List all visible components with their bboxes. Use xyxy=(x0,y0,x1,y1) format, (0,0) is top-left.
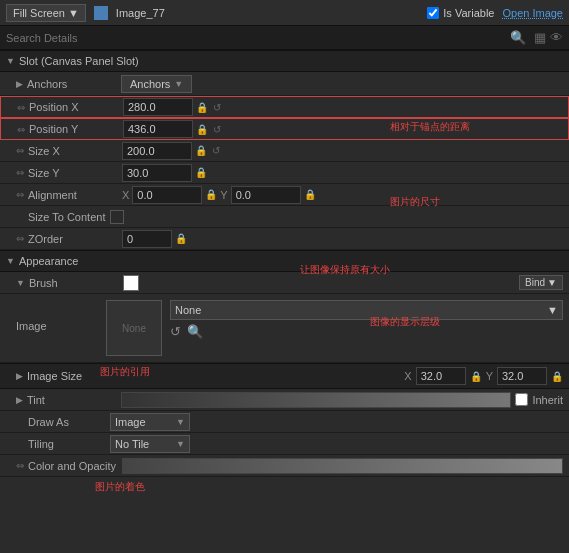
image-size-x-lock-icon: 🔒 xyxy=(470,371,482,382)
position-x-field-group: 🔒 ↺ xyxy=(123,98,562,116)
color-opacity-label: Color and Opacity xyxy=(28,460,118,472)
grid-view-icon[interactable]: ▦ xyxy=(534,30,546,45)
is-variable-label: Is Variable xyxy=(443,7,494,19)
slot-collapse-icon: ▼ xyxy=(6,56,15,66)
search-input[interactable] xyxy=(6,32,506,44)
anchors-dropdown-button[interactable]: Anchors ▼ xyxy=(121,75,192,93)
size-y-row: ⇔ Size Y 🔒 xyxy=(0,162,569,184)
alignment-x-label: X xyxy=(122,189,129,201)
alignment-label: Alignment xyxy=(28,189,118,201)
position-x-row: ⇔ Position X 🔒 ↺ xyxy=(0,96,569,118)
anchors-row: ▶ Anchors Anchors ▼ xyxy=(0,72,569,96)
is-variable-checkbox[interactable] xyxy=(427,7,439,19)
image-type-icon xyxy=(94,6,108,20)
brush-label: Brush xyxy=(29,277,119,289)
size-x-reset-button[interactable]: ↺ xyxy=(210,145,222,156)
size-to-content-checkbox[interactable] xyxy=(110,210,124,224)
tiling-dropdown[interactable]: No Tile ▼ xyxy=(110,435,190,453)
image-name: Image_77 xyxy=(116,7,165,19)
image-dropdown[interactable]: None ▼ xyxy=(170,300,563,320)
tiling-arrow: ▼ xyxy=(176,439,185,449)
zorder-row: ⇔ ZOrder 🔒 xyxy=(0,228,569,250)
is-variable-area: Is Variable xyxy=(427,7,494,19)
zorder-field-group: 🔒 xyxy=(122,230,563,248)
position-x-input[interactable] xyxy=(123,98,193,116)
color-opacity-icon: ⇔ xyxy=(16,460,24,471)
size-x-row: ⇔ Size X 🔒 ↺ xyxy=(0,140,569,162)
position-x-reset-button[interactable]: ↺ xyxy=(211,102,223,113)
position-x-lock-icon: 🔒 xyxy=(196,102,208,113)
tint-inherit-checkbox[interactable] xyxy=(515,393,528,406)
alignment-field-group: X 🔒 Y 🔒 xyxy=(122,186,563,204)
size-x-icon: ⇔ xyxy=(16,145,24,156)
image-size-label: Image Size xyxy=(27,370,82,382)
slot-section-header[interactable]: ▼ Slot (Canvas Panel Slot) xyxy=(0,50,569,72)
image-dropdown-value: None xyxy=(175,304,201,316)
panel-wrapper: 🔍 ▦ 👁 ▼ Slot (Canvas Panel Slot) ▶ Ancho… xyxy=(0,26,569,553)
details-panel: 🔍 ▦ 👁 ▼ Slot (Canvas Panel Slot) ▶ Ancho… xyxy=(0,26,569,553)
position-x-label: Position X xyxy=(29,101,119,113)
image-size-y-lock-icon: 🔒 xyxy=(551,371,563,382)
size-x-input[interactable] xyxy=(122,142,192,160)
image-size-x-input[interactable] xyxy=(416,367,466,385)
image-size-y-input[interactable] xyxy=(497,367,547,385)
image-preview-text: None xyxy=(122,323,146,334)
image-size-y-label: Y xyxy=(486,370,493,382)
open-image-button[interactable]: Open Image xyxy=(502,7,563,19)
color-opacity-bar[interactable] xyxy=(122,458,563,474)
alignment-y-lock-icon: 🔒 xyxy=(304,189,316,200)
appearance-section-header[interactable]: ▼ Appearance xyxy=(0,250,569,272)
image-size-header[interactable]: ▶ Image Size X 🔒 Y 🔒 xyxy=(0,363,569,389)
alignment-x-input[interactable] xyxy=(132,186,202,204)
brush-collapse-icon: ▼ xyxy=(16,278,25,288)
tint-inherit-area: Inherit xyxy=(515,393,563,406)
appearance-collapse-icon: ▼ xyxy=(6,256,15,266)
alignment-icon: ⇔ xyxy=(16,189,24,200)
alignment-y-label: Y xyxy=(220,189,227,201)
brush-row: ▼ Brush Bind ▼ xyxy=(0,272,569,294)
position-x-move-icon: ⇔ xyxy=(17,102,25,113)
zorder-icon: ⇔ xyxy=(16,233,24,244)
size-x-label: Size X xyxy=(28,145,118,157)
position-y-label: Position Y xyxy=(29,123,119,135)
visibility-icon[interactable]: 👁 xyxy=(550,30,563,45)
bind-button[interactable]: Bind ▼ xyxy=(519,275,563,290)
anchors-expand-icon: ▶ xyxy=(16,79,23,89)
fill-screen-button[interactable]: Fill Screen ▼ xyxy=(6,4,86,22)
draw-as-arrow: ▼ xyxy=(176,417,185,427)
position-y-reset-button[interactable]: ↺ xyxy=(211,124,223,135)
color-opacity-row: ⇔ Color and Opacity xyxy=(0,455,569,477)
image-controls: None ▼ ↺ 🔍 xyxy=(170,300,563,339)
zorder-input[interactable] xyxy=(122,230,172,248)
image-reset-button[interactable]: ↺ xyxy=(170,324,181,339)
tint-expand-icon: ▶ xyxy=(16,395,23,405)
search-icon[interactable]: 🔍 xyxy=(510,30,526,45)
tiling-row: Tiling No Tile ▼ xyxy=(0,433,569,455)
tint-label: Tint xyxy=(27,394,117,406)
image-preview[interactable]: None xyxy=(106,300,162,356)
zorder-lock-icon: 🔒 xyxy=(175,233,187,244)
fill-screen-label: Fill Screen xyxy=(13,7,65,19)
position-y-input[interactable] xyxy=(123,120,193,138)
bind-arrow: ▼ xyxy=(547,277,557,288)
size-y-icon: ⇔ xyxy=(16,167,24,178)
size-y-lock-icon: 🔒 xyxy=(195,167,207,178)
brush-color-swatch[interactable] xyxy=(123,275,139,291)
search-bar: 🔍 ▦ 👁 xyxy=(0,26,569,50)
size-to-content-row: Size To Content xyxy=(0,206,569,228)
draw-as-dropdown[interactable]: Image ▼ xyxy=(110,413,190,431)
tint-color-bar[interactable] xyxy=(121,392,511,408)
image-search-button[interactable]: 🔍 xyxy=(187,324,203,339)
size-y-label: Size Y xyxy=(28,167,118,179)
anchors-value: Anchors xyxy=(130,78,170,90)
alignment-y-input[interactable] xyxy=(231,186,301,204)
position-y-move-icon: ⇔ xyxy=(17,124,25,135)
fill-screen-arrow: ▼ xyxy=(68,7,79,19)
top-bar: Fill Screen ▼ Image_77 Is Variable Open … xyxy=(0,0,569,26)
tint-inherit-label: Inherit xyxy=(532,394,563,406)
anchors-arrow: ▼ xyxy=(174,79,183,89)
size-y-input[interactable] xyxy=(122,164,192,182)
image-size-expand-icon: ▶ xyxy=(16,371,23,381)
alignment-x-lock-icon: 🔒 xyxy=(205,189,217,200)
size-x-lock-icon: 🔒 xyxy=(195,145,207,156)
